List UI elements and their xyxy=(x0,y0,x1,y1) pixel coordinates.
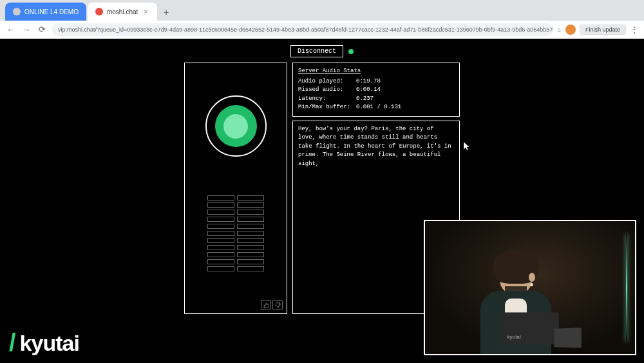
orb-ring xyxy=(205,95,267,157)
audio-bar xyxy=(237,231,264,236)
laptop: kyutai xyxy=(485,312,575,348)
laptop-brand: kyutai xyxy=(507,335,522,339)
url-input[interactable]: vip.moshi.chat/?queue_id=09933e8c-e7d9-4… xyxy=(52,23,553,36)
stat-label: Missed audio: xyxy=(298,86,356,95)
close-icon[interactable]: × xyxy=(142,8,149,15)
audio-bar xyxy=(207,231,234,236)
address-bar: ← → ⟳ vip.moshi.chat/?queue_id=09933e8c-… xyxy=(0,21,644,39)
status-indicator xyxy=(348,49,354,54)
cursor-icon xyxy=(464,142,470,153)
tab-online-demo[interactable]: ONLINE L4 DEMO xyxy=(5,3,86,21)
feedback-buttons xyxy=(261,300,283,309)
stat-label: Audio played: xyxy=(298,77,356,86)
audio-bar xyxy=(207,217,234,222)
audio-bar xyxy=(237,238,264,243)
stat-value: 0.237 xyxy=(356,95,374,104)
thumbs-up-button[interactable] xyxy=(261,300,271,309)
stats-title: Server Audio Stats xyxy=(298,67,454,76)
forward-button[interactable]: → xyxy=(21,24,32,35)
stat-row: Latency:0.237 xyxy=(298,95,454,104)
addr-right-controls: ☆ Finish update ⋮ xyxy=(557,25,639,35)
brand-watermark: / kyutai xyxy=(9,329,79,357)
disconnect-row: Disconnect xyxy=(290,45,354,57)
camera-overlay: kyutai xyxy=(424,220,636,355)
laptop-second-screen xyxy=(554,328,581,348)
reload-button[interactable]: ⟳ xyxy=(36,24,48,35)
app-body: Disconnect Server Audio S xyxy=(0,39,644,363)
presenter-ear xyxy=(529,273,535,282)
tab-favicon xyxy=(13,8,21,15)
new-tab-button[interactable]: + xyxy=(158,5,174,21)
profile-avatar[interactable] xyxy=(565,25,576,35)
stat-row: Missed audio:0:00.14 xyxy=(298,86,454,95)
tab-bar: ONLINE L4 DEMO moshi.chat × + xyxy=(0,0,644,21)
audio-bar xyxy=(237,195,264,201)
back-button[interactable]: ← xyxy=(5,24,17,35)
audio-bar xyxy=(207,259,234,264)
headset-mic xyxy=(530,283,533,286)
tab-label: moshi.chat xyxy=(107,8,138,15)
transcript-text: Hey, how's your day? Paris, the city of … xyxy=(298,126,451,167)
watermark-text: kyutai xyxy=(20,331,79,356)
stat-label: Min/Max buffer: xyxy=(298,103,356,112)
tab-moshi-chat[interactable]: moshi.chat × xyxy=(88,3,157,21)
orb-inner xyxy=(223,114,248,139)
audio-bar xyxy=(207,245,234,250)
audio-bar xyxy=(237,245,264,250)
finish-update-button[interactable]: Finish update xyxy=(580,25,626,35)
watermark-slash: / xyxy=(9,329,16,357)
bookmark-icon[interactable]: ☆ xyxy=(557,25,562,35)
audio-bar xyxy=(207,195,234,201)
tab-label: ONLINE L4 DEMO xyxy=(24,8,79,15)
stat-value: 0.001 / 0.131 xyxy=(356,103,401,112)
audio-bar xyxy=(237,252,264,257)
audio-bar xyxy=(207,224,234,229)
tab-favicon xyxy=(95,8,103,15)
audio-bars-grid xyxy=(207,195,264,271)
menu-icon[interactable]: ⋮ xyxy=(630,25,639,35)
audio-bar xyxy=(207,202,234,208)
stat-row: Audio played:0:19.78 xyxy=(298,77,454,86)
stat-value: 0:00.14 xyxy=(356,86,381,95)
audio-bar xyxy=(207,210,234,215)
laptop-lid: kyutai xyxy=(500,312,559,344)
presenter-head xyxy=(500,259,532,294)
audio-bar xyxy=(207,266,234,271)
url-text: vip.moshi.chat/?queue_id=09933e8c-e7d9-4… xyxy=(58,26,553,33)
audio-bar xyxy=(237,202,264,208)
audio-bar xyxy=(237,266,264,271)
disconnect-button[interactable]: Disconnect xyxy=(290,45,343,57)
stat-value: 0:19.78 xyxy=(356,77,381,86)
audio-bar xyxy=(207,238,234,243)
stats-box: Server Audio Stats Audio played:0:19.78M… xyxy=(292,63,460,117)
audio-bar xyxy=(237,210,264,215)
stat-label: Latency: xyxy=(298,95,356,104)
visualizer-panel xyxy=(184,63,287,314)
orb-outer xyxy=(215,105,257,147)
stat-row: Min/Max buffer:0.001 / 0.131 xyxy=(298,103,454,112)
browser-chrome: ONLINE L4 DEMO moshi.chat × + ← → ⟳ vip.… xyxy=(0,0,644,39)
audio-bar xyxy=(237,224,264,229)
audio-bar xyxy=(237,259,264,264)
audio-bar xyxy=(207,252,234,257)
stage-edge-light xyxy=(626,234,627,341)
audio-bar xyxy=(237,217,264,222)
thumbs-down-button[interactable] xyxy=(272,300,283,309)
panels: Server Audio Stats Audio played:0:19.78M… xyxy=(184,63,460,314)
